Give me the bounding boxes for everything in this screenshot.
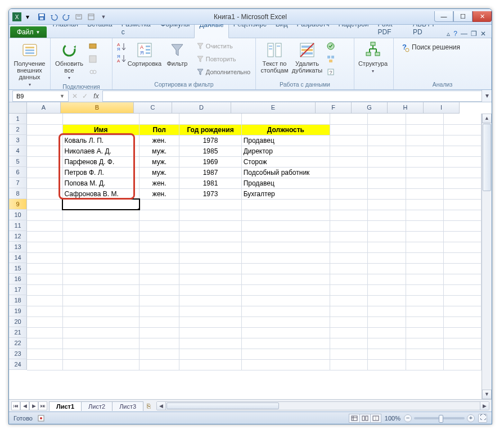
row-header-5[interactable]: 5 xyxy=(9,156,27,167)
file-tab[interactable]: Файл▼ xyxy=(10,26,47,38)
help-icon[interactable]: ? xyxy=(453,30,457,38)
cell-G22[interactable] xyxy=(368,338,406,349)
cell-F3[interactable] xyxy=(330,135,368,146)
column-header-H[interactable]: H xyxy=(388,102,424,114)
cell-G17[interactable] xyxy=(368,284,406,295)
refresh-all-button[interactable]: Обновить все▾ xyxy=(54,40,84,83)
cell-C16[interactable] xyxy=(140,274,179,284)
cell-G5[interactable] xyxy=(368,156,406,167)
cell-I8[interactable] xyxy=(443,188,481,199)
text-to-columns-button[interactable]: Текст по столбцам xyxy=(259,40,290,75)
cell-E23[interactable] xyxy=(241,349,330,359)
cell-G2[interactable] xyxy=(368,124,406,135)
ribbon-minimize-icon[interactable]: ▵ xyxy=(447,30,450,38)
cell-G14[interactable] xyxy=(368,252,406,263)
cell-F10[interactable] xyxy=(330,210,368,220)
page-layout-view-button[interactable] xyxy=(359,414,371,423)
cell-E18[interactable] xyxy=(241,295,330,306)
cell-B12[interactable] xyxy=(62,231,140,242)
cell-E4[interactable]: Директор xyxy=(241,146,330,156)
cell-A9[interactable] xyxy=(27,199,62,210)
cell-H9[interactable] xyxy=(406,199,443,210)
row-header-11[interactable]: 11 xyxy=(9,220,27,231)
qat-customize[interactable]: ▼ xyxy=(98,11,109,22)
cell-B3[interactable]: Коваль Л. П. xyxy=(62,135,140,146)
cell-D11[interactable] xyxy=(179,220,241,231)
cell-H21[interactable] xyxy=(406,327,443,338)
cell-E20[interactable] xyxy=(241,317,330,327)
column-header-G[interactable]: G xyxy=(352,102,388,114)
cell-B18[interactable] xyxy=(62,295,140,306)
scroll-thumb[interactable] xyxy=(483,124,491,191)
cell-C12[interactable] xyxy=(140,231,179,242)
cell-H5[interactable] xyxy=(406,156,443,167)
cell-B22[interactable] xyxy=(62,338,140,349)
row-header-23[interactable]: 23 xyxy=(9,349,27,359)
advanced-filter-button[interactable]: Дополнительно xyxy=(195,66,252,78)
column-header-C[interactable]: C xyxy=(134,102,172,114)
cell-D18[interactable] xyxy=(179,295,241,306)
row-header-4[interactable]: 4 xyxy=(9,146,27,156)
cell-C19[interactable] xyxy=(140,306,179,317)
cell-G16[interactable] xyxy=(368,274,406,284)
cell-G11[interactable] xyxy=(368,220,406,231)
hscroll-left[interactable]: ◀ xyxy=(157,402,166,410)
cell-A7[interactable] xyxy=(27,178,62,188)
cell-B7[interactable]: Попова М. Д. xyxy=(62,178,140,188)
cell-E13[interactable] xyxy=(241,242,330,252)
cell-F17[interactable] xyxy=(330,284,368,295)
macro-record-icon[interactable] xyxy=(37,414,45,422)
cell-D16[interactable] xyxy=(179,274,241,284)
cell-D21[interactable] xyxy=(179,327,241,338)
cell-A19[interactable] xyxy=(27,306,62,317)
row-header-10[interactable]: 10 xyxy=(9,210,27,220)
sort-desc-button[interactable]: ЯА xyxy=(116,53,127,64)
cell-C3[interactable]: жен. xyxy=(140,135,179,146)
cell-I15[interactable] xyxy=(443,263,481,274)
cell-B2[interactable]: Имя xyxy=(62,124,140,135)
get-external-data-button[interactable]: Получение внешних данных▾ xyxy=(12,40,47,89)
zoom-level[interactable]: 100% xyxy=(385,415,400,422)
formula-input[interactable] xyxy=(102,91,482,102)
cell-D3[interactable]: 1978 xyxy=(179,135,241,146)
consolidate-button[interactable] xyxy=(325,53,337,65)
cell-F2[interactable] xyxy=(330,124,368,135)
row-header-7[interactable]: 7 xyxy=(9,178,27,188)
doc-restore-button[interactable]: ❐ xyxy=(471,30,477,38)
cell-I19[interactable] xyxy=(443,306,481,317)
row-header-1[interactable]: 1 xyxy=(9,114,27,124)
cell-C2[interactable]: Пол xyxy=(140,124,179,135)
cell-G15[interactable] xyxy=(368,263,406,274)
cell-D14[interactable] xyxy=(179,252,241,263)
cell-I14[interactable] xyxy=(443,252,481,263)
page-break-view-button[interactable] xyxy=(370,414,381,423)
cell-A16[interactable] xyxy=(27,274,62,284)
sheet-tab-Лист1[interactable]: Лист1 xyxy=(49,401,82,411)
cell-C15[interactable] xyxy=(140,263,179,274)
cell-B15[interactable] xyxy=(62,263,140,274)
cell-H22[interactable] xyxy=(406,338,443,349)
zoom-slider[interactable]: − + xyxy=(404,414,475,422)
cell-I18[interactable] xyxy=(443,295,481,306)
cell-D19[interactable] xyxy=(179,306,241,317)
cell-D20[interactable] xyxy=(179,317,241,327)
cell-F9[interactable] xyxy=(330,199,368,210)
cell-E8[interactable]: Бухгалтер xyxy=(241,188,330,199)
row-header-6[interactable]: 6 xyxy=(9,167,27,178)
cell-F23[interactable] xyxy=(330,349,368,359)
qat-btn-4[interactable] xyxy=(73,11,84,22)
name-box[interactable]: B9▼ xyxy=(12,91,69,102)
cell-B5[interactable]: Парфенов Д. Ф. xyxy=(62,156,140,167)
column-header-F[interactable]: F xyxy=(316,102,352,114)
row-header-8[interactable]: 8 xyxy=(9,188,27,199)
cell-A13[interactable] xyxy=(27,242,62,252)
cell-I1[interactable] xyxy=(443,114,481,124)
cell-G9[interactable] xyxy=(368,199,406,210)
cell-C11[interactable] xyxy=(140,220,179,231)
cell-D5[interactable]: 1969 xyxy=(179,156,241,167)
cell-I21[interactable] xyxy=(443,327,481,338)
column-header-A[interactable]: A xyxy=(27,102,61,114)
cell-D4[interactable]: 1985 xyxy=(179,146,241,156)
cell-I16[interactable] xyxy=(443,274,481,284)
cell-C8[interactable]: жен. xyxy=(140,188,179,199)
